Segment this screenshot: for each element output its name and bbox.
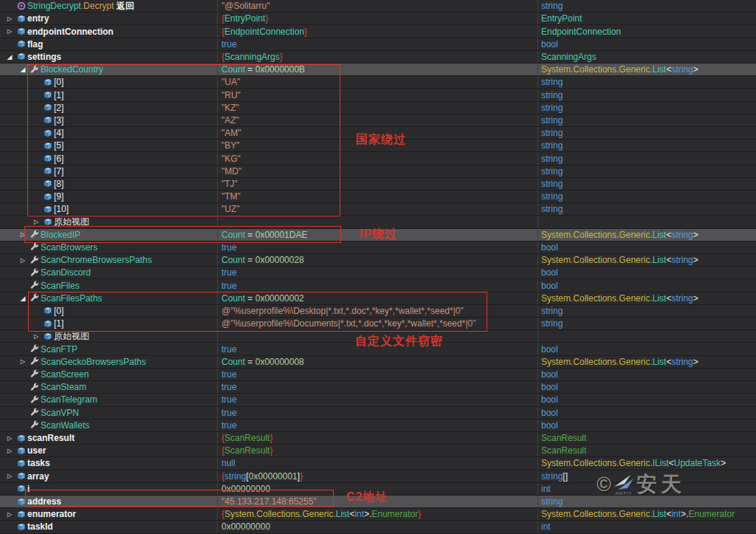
table-row[interactable]: tasks null System.Collections.Generic.IL…	[0, 457, 756, 470]
property-icon	[30, 383, 39, 392]
table-row[interactable]: [1] @"%userprofile%\Documents|*.txt,*.do…	[0, 318, 756, 330]
table-row[interactable]: taskId 0x00000000 int	[0, 521, 756, 533]
table-row[interactable]: ScanFTP true bool	[0, 343, 756, 355]
table-row[interactable]: [2] "KZ" string	[0, 102, 756, 114]
table-row[interactable]: ▷ user {ScanResult} ScanResult	[0, 445, 756, 457]
expander-icon[interactable]: ▷	[4, 511, 15, 518]
table-row[interactable]: ScanDiscord true bool	[0, 267, 756, 279]
table-row[interactable]: ScanTelegram true bool	[0, 394, 756, 406]
property-icon	[30, 230, 39, 239]
expander-icon[interactable]: ▷	[31, 333, 41, 340]
name-cell: ScanFiles	[0, 279, 218, 291]
type-cell: System.Collections.Generic.List<int>.Enu…	[538, 508, 756, 520]
table-row[interactable]: ◢ settings {ScanningArgs} ScanningArgs	[0, 51, 756, 64]
variable-name: [3]	[54, 115, 63, 126]
variable-name: [6]	[54, 154, 63, 164]
table-row[interactable]: ▷ ScanGeckoBrowsersPaths Count = 0x00000…	[0, 356, 756, 369]
table-row[interactable]: ScanSteam true bool	[0, 381, 756, 394]
expander-icon[interactable]: ◢	[4, 53, 15, 61]
watch-table: StringDecrypt.Decrypt 返回 "@Solitarru" st…	[0, 0, 756, 534]
table-row[interactable]: ▷ array {string[0x00000001]} string[]	[0, 470, 756, 483]
table-row[interactable]: [8] "TJ" string	[0, 178, 756, 191]
table-row[interactable]: [5] "BY" string	[0, 140, 756, 152]
table-row[interactable]: ▷ enumerator {System.Collections.Generic…	[0, 508, 756, 521]
table-row[interactable]: ▷ ScanChromeBrowsersPaths Count = 0x0000…	[0, 254, 756, 267]
table-row[interactable]: [10] "UZ" string	[0, 203, 756, 216]
type-cell: bool	[538, 343, 756, 355]
value-cell: Count = 0x00000008	[218, 356, 538, 368]
name-cell: ▷ BlockedIP	[0, 229, 218, 241]
table-row[interactable]: [6] "KG" string	[0, 152, 756, 165]
expander-icon[interactable]: ▷	[4, 473, 15, 479]
table-row[interactable]: address "45.133.217.148:65255" string	[0, 496, 756, 508]
table-row[interactable]: [1] "RU" string	[0, 89, 756, 101]
table-row[interactable]: ▷ endpointConnection {EndpointConnection…	[0, 25, 756, 38]
table-row[interactable]: ▷ BlockedIP Count = 0x00001DAE System.Co…	[0, 229, 756, 242]
table-row[interactable]: [4] "AM" string	[0, 127, 756, 140]
field-icon	[16, 498, 26, 506]
name-cell: ▷ enumerator	[0, 508, 218, 520]
value-cell: @"%userprofile%\Desktop|*.txt,*.doc*,*ke…	[218, 305, 538, 317]
table-row[interactable]: [0] @"%userprofile%\Desktop|*.txt,*.doc*…	[0, 305, 756, 318]
expander-icon[interactable]: ▷	[4, 28, 15, 35]
property-icon	[30, 256, 39, 265]
variable-name: ScanFiles	[41, 281, 80, 291]
table-row[interactable]: [9] "TM" string	[0, 191, 756, 203]
table-row[interactable]: ▷ 原始视图	[0, 216, 756, 228]
table-row[interactable]: ScanWallets true bool	[0, 420, 756, 432]
expander-icon[interactable]: ◢	[18, 295, 28, 302]
name-cell: [3]	[0, 114, 218, 126]
table-row[interactable]: ▷ entry {EntryPoint} EntryPoint	[0, 13, 756, 25]
variable-name: ScanScreen	[41, 369, 89, 380]
variable-name: i	[27, 484, 30, 494]
type-cell: bool	[538, 279, 756, 291]
table-row[interactable]: ScanFiles true bool	[0, 279, 756, 292]
name-cell: tasks	[0, 457, 218, 469]
value-cell: Count = 0x0000000B	[218, 64, 538, 75]
table-row[interactable]: ▷ scanResult {ScanResult} ScanResult	[0, 432, 756, 445]
table-row[interactable]: ◢ ScanFilesPaths Count = 0x00000002 Syst…	[0, 292, 756, 305]
expander-icon[interactable]: ▷	[18, 358, 28, 365]
field-icon	[43, 205, 52, 213]
table-row[interactable]: [3] "AZ" string	[0, 114, 756, 127]
expander-icon[interactable]: ▷	[4, 16, 15, 22]
field-icon	[16, 40, 26, 48]
table-row[interactable]: i 0x00000000 int	[0, 483, 756, 496]
expander-icon[interactable]: ◢	[18, 66, 28, 73]
property-icon	[30, 281, 39, 290]
table-row[interactable]: ◢ BlockedCountry Count = 0x0000000B Syst…	[0, 64, 756, 76]
value-cell: {ScanResult}	[218, 445, 538, 456]
table-row[interactable]: StringDecrypt.Decrypt 返回 "@Solitarru" st…	[0, 0, 756, 13]
value-cell: true	[218, 420, 538, 431]
name-cell: ◢ BlockedCountry	[0, 64, 218, 75]
expander-icon[interactable]: ▷	[18, 257, 28, 264]
name-cell: address	[0, 496, 218, 507]
type-cell: System.Collections.Generic.List<string>	[538, 229, 756, 241]
expander-icon[interactable]: ▷	[4, 435, 15, 442]
expander-icon[interactable]: ▷	[4, 448, 15, 454]
field-icon	[43, 218, 52, 226]
table-row[interactable]: ScanBrowsers true bool	[0, 242, 756, 254]
name-cell: ▷ 原始视图	[0, 330, 218, 342]
value-cell: "UA"	[218, 76, 538, 88]
type-cell: System.Collections.Generic.List<string>	[538, 356, 756, 368]
value-cell: "KG"	[218, 152, 538, 164]
value-cell: true	[218, 381, 538, 393]
table-row[interactable]: ▷ 原始视图	[0, 330, 756, 343]
table-row[interactable]: [7] "MD" string	[0, 165, 756, 178]
property-icon	[30, 242, 39, 252]
table-row[interactable]: ScanScreen true bool	[0, 369, 756, 381]
name-cell: ▷ ScanChromeBrowsersPaths	[0, 254, 218, 266]
table-row[interactable]: [0] "UA" string	[0, 76, 756, 89]
expander-icon[interactable]: ▷	[31, 219, 41, 225]
name-cell: ▷ ScanGeckoBrowsersPaths	[0, 356, 218, 368]
field-icon	[43, 91, 52, 99]
table-row[interactable]: ScanVPN true bool	[0, 407, 756, 420]
expander-icon[interactable]: ▷	[18, 231, 28, 238]
variable-name: [7]	[54, 166, 63, 177]
variable-name: enumerator	[27, 509, 76, 519]
value-cell: {System.Collections.Generic.List<int>.En…	[218, 508, 538, 520]
name-cell: ScanDiscord	[0, 267, 218, 278]
value-cell: {EndpointConnection}	[218, 25, 538, 37]
table-row[interactable]: flag true bool	[0, 38, 756, 51]
